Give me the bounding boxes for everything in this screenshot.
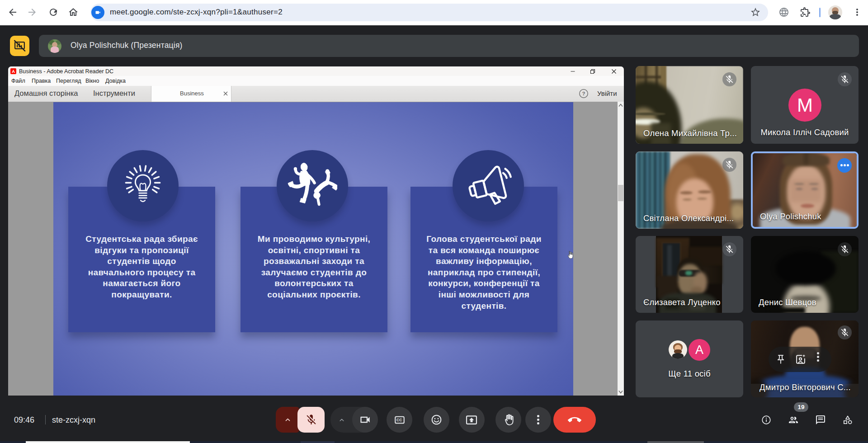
svg-text:?: ? bbox=[582, 91, 585, 96]
svg-text:CC: CC bbox=[396, 418, 402, 422]
